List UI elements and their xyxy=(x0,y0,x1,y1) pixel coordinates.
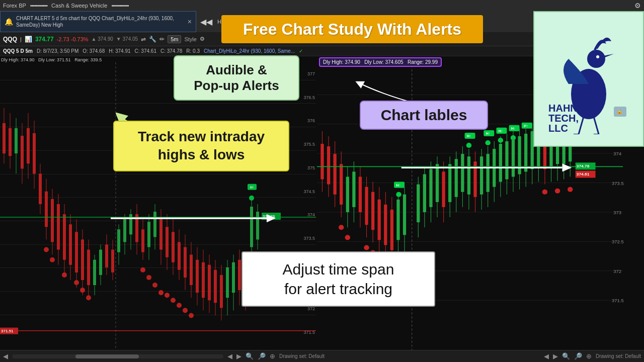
right-back-icon[interactable]: ◀ xyxy=(544,352,549,360)
svg-text:TECH,: TECH, xyxy=(548,113,579,124)
svg-point-60 xyxy=(146,275,151,280)
svg-rect-11 xyxy=(33,133,36,174)
svg-rect-172 xyxy=(390,210,393,250)
svg-rect-223 xyxy=(499,144,502,182)
compare-icon[interactable]: ⇌ xyxy=(141,36,146,43)
svg-rect-193 xyxy=(455,159,458,197)
drawing-tools-icon[interactable]: ✏ xyxy=(159,36,165,43)
chart-type-icon[interactable]: 📊 xyxy=(25,36,32,43)
svg-rect-189 xyxy=(442,171,445,207)
ohlc-range: R: 0.3 xyxy=(186,48,200,54)
svg-rect-81 xyxy=(196,260,199,293)
back-arrow-icon[interactable]: ◀ xyxy=(227,352,232,360)
svg-point-150 xyxy=(345,235,350,240)
settings-icon[interactable]: ⚙ xyxy=(634,2,641,10)
svg-point-19 xyxy=(50,257,55,262)
right-drawing-set-label: Drawing set: Default xyxy=(596,353,641,359)
svg-rect-95 xyxy=(238,260,241,290)
scrollbar-thumb[interactable] xyxy=(75,354,139,358)
svg-rect-77 xyxy=(184,247,187,278)
svg-rect-83 xyxy=(202,262,205,298)
svg-rect-176 xyxy=(403,195,406,235)
svg-text:HAHN-: HAHN- xyxy=(548,103,581,114)
svg-point-64 xyxy=(171,298,176,303)
zoom-out-icon[interactable]: 🔍 xyxy=(246,352,254,360)
nav-prev-button[interactable]: ◀◀ xyxy=(200,17,212,27)
style-button[interactable]: Style xyxy=(184,36,196,42)
svg-point-204 xyxy=(466,143,471,148)
svg-rect-9 xyxy=(27,128,30,163)
right-forward-icon[interactable]: ▶ xyxy=(553,352,558,360)
timespan-box: Adjust time spanfor alert tracking xyxy=(242,251,435,307)
svg-rect-231 xyxy=(524,134,527,172)
svg-rect-48 xyxy=(123,219,126,242)
ohlc-date: D: 8/7/23, 3:50 PM xyxy=(37,48,78,54)
svg-point-65 xyxy=(177,303,182,308)
svg-rect-25 xyxy=(57,204,60,250)
alert-icon: 🔔 xyxy=(5,18,13,26)
price-high-icon: ▲ 374.90 xyxy=(92,36,113,42)
scroll-left-button[interactable]: ◀ xyxy=(3,352,8,360)
svg-text:371.5: 371.5 xyxy=(612,298,624,303)
svg-rect-91 xyxy=(226,267,229,298)
svg-rect-104 xyxy=(256,212,259,239)
svg-rect-39 xyxy=(99,250,102,275)
svg-point-263 xyxy=(555,189,560,194)
svg-rect-195 xyxy=(461,154,464,192)
svg-text:H↑: H↑ xyxy=(511,126,516,131)
scrollbar-track[interactable] xyxy=(12,354,223,358)
right-zoom-out-icon[interactable]: 🔍 xyxy=(562,352,570,360)
svg-point-59 xyxy=(140,267,145,273)
crosshair-icon[interactable]: ⊕ xyxy=(270,352,275,360)
alert-text: CHART ALERT 5 d 5m chart for QQQ Chart_D… xyxy=(16,15,185,28)
svg-rect-85 xyxy=(208,265,211,300)
svg-rect-162 xyxy=(378,200,381,240)
title-text: Free Chart Study With Alerts xyxy=(243,20,461,39)
timeframe-button[interactable]: 5m xyxy=(168,35,181,43)
gear-icon[interactable]: ⚙ xyxy=(200,36,205,42)
svg-rect-154 xyxy=(352,171,355,207)
svg-rect-37 xyxy=(93,260,96,285)
svg-text:373: 373 xyxy=(613,210,621,215)
chart-labels-text: Chart lables xyxy=(370,107,478,124)
svg-point-149 xyxy=(339,225,344,230)
audible-alerts-box: Audible &Pop-up Alerts xyxy=(174,55,299,101)
svg-text:H↑: H↑ xyxy=(396,183,400,188)
svg-rect-43 xyxy=(111,250,114,273)
svg-point-61 xyxy=(152,283,157,288)
svg-point-163 xyxy=(364,245,369,250)
svg-point-63 xyxy=(165,293,170,298)
svg-rect-46 xyxy=(117,229,120,252)
svg-rect-69 xyxy=(159,219,163,249)
svg-rect-79 xyxy=(190,255,193,285)
price-low-icon: ▼ 374.05 xyxy=(116,36,138,42)
forex-tab[interactable]: Forex BP xyxy=(3,3,26,9)
svg-point-100 xyxy=(249,196,254,201)
svg-point-67 xyxy=(189,313,194,318)
alert-close-button[interactable]: × xyxy=(188,18,192,26)
cash-tab[interactable]: Cash & Sweep Vehicle xyxy=(51,3,107,9)
dly-range-label-right: Dly High: 374.90 Dly Low: 374.605 Range:… xyxy=(319,57,442,67)
right-crosshair-icon[interactable]: ⊕ xyxy=(586,352,592,360)
svg-rect-13 xyxy=(39,174,42,204)
svg-rect-144 xyxy=(327,146,330,185)
svg-rect-54 xyxy=(141,229,144,252)
svg-rect-142 xyxy=(320,144,324,179)
zoom-in-icon[interactable]: 🔎 xyxy=(258,352,266,360)
title-banner: Free Chart Study With Alerts xyxy=(221,15,483,43)
svg-rect-56 xyxy=(147,222,150,247)
svg-rect-156 xyxy=(359,177,362,212)
dly-range-label-left: Dly High: 374.90 Dly Low: 371.51 Range: … xyxy=(1,57,102,62)
company-logo: HAHN- TECH, LLC 🔒 xyxy=(533,11,644,147)
svg-point-262 xyxy=(542,190,547,195)
svg-rect-3 xyxy=(9,128,12,156)
right-zoom-in-icon[interactable]: 🔎 xyxy=(574,352,582,360)
symbol-label: QQQ xyxy=(3,36,17,43)
svg-text:H↑: H↑ xyxy=(499,129,503,133)
svg-point-177 xyxy=(396,192,401,197)
chart-settings-icon[interactable]: 🔧 xyxy=(149,36,156,43)
ohlc-close2: C: 374.78 xyxy=(160,48,182,54)
forward-arrow-icon[interactable]: ▶ xyxy=(236,352,242,360)
svg-point-268 xyxy=(596,55,599,58)
svg-text:H↑: H↑ xyxy=(250,186,255,189)
